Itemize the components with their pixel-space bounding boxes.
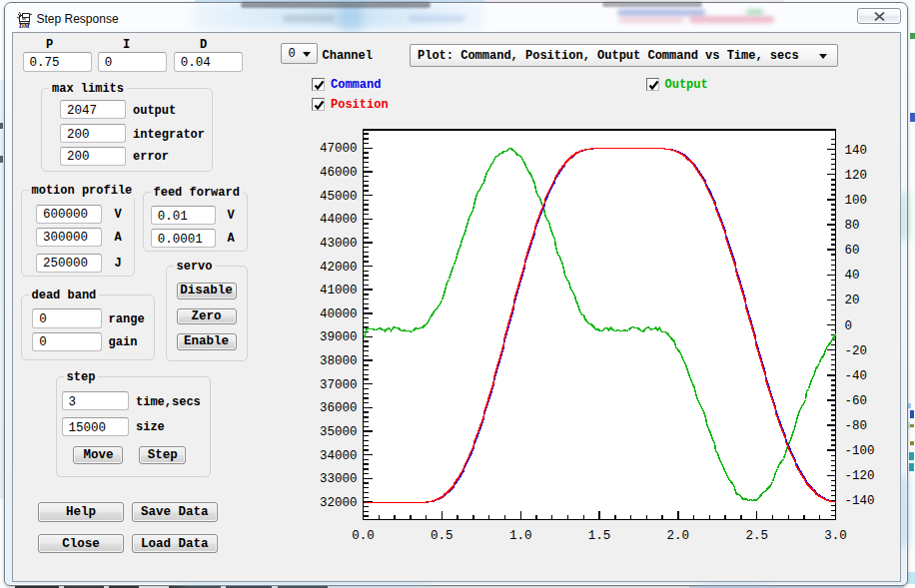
svg-text:0: 0 bbox=[845, 319, 853, 333]
svg-text:140: 140 bbox=[845, 144, 868, 158]
svg-text:42000: 42000 bbox=[320, 261, 358, 275]
svg-text:1.0: 1.0 bbox=[509, 529, 532, 543]
svg-text:32000: 32000 bbox=[320, 496, 358, 510]
svg-text:36000: 36000 bbox=[320, 401, 358, 415]
svg-text:39000: 39000 bbox=[320, 330, 358, 344]
svg-text:43000: 43000 bbox=[320, 237, 358, 251]
svg-text:47000: 47000 bbox=[320, 142, 358, 156]
svg-text:120: 120 bbox=[845, 169, 868, 183]
svg-text:40000: 40000 bbox=[320, 307, 358, 321]
svg-text:2.5: 2.5 bbox=[745, 529, 768, 543]
svg-text:35000: 35000 bbox=[320, 425, 358, 439]
svg-text:37000: 37000 bbox=[320, 378, 358, 392]
svg-text:0.0: 0.0 bbox=[352, 529, 375, 543]
svg-text:2.0: 2.0 bbox=[667, 529, 690, 543]
svg-text:33000: 33000 bbox=[320, 472, 358, 486]
svg-text:46000: 46000 bbox=[320, 166, 358, 180]
svg-text:100: 100 bbox=[845, 194, 868, 208]
svg-text:-100: -100 bbox=[845, 444, 875, 458]
svg-text:0.5: 0.5 bbox=[431, 529, 454, 543]
svg-text:-120: -120 bbox=[845, 469, 875, 483]
svg-text:80: 80 bbox=[845, 219, 860, 233]
svg-text:20: 20 bbox=[845, 294, 860, 307]
svg-text:-20: -20 bbox=[845, 344, 868, 358]
svg-text:-40: -40 bbox=[845, 369, 868, 383]
svg-text:45000: 45000 bbox=[320, 190, 358, 204]
svg-text:34000: 34000 bbox=[320, 449, 358, 463]
svg-text:3.0: 3.0 bbox=[824, 529, 847, 543]
svg-text:44000: 44000 bbox=[320, 213, 358, 227]
svg-text:41000: 41000 bbox=[320, 284, 358, 297]
svg-text:-140: -140 bbox=[845, 494, 875, 508]
svg-text:38000: 38000 bbox=[320, 354, 358, 368]
svg-text:-60: -60 bbox=[845, 394, 868, 408]
svg-text:1.5: 1.5 bbox=[588, 529, 611, 543]
svg-text:40: 40 bbox=[845, 269, 860, 283]
svg-text:60: 60 bbox=[845, 244, 860, 258]
svg-text:-80: -80 bbox=[845, 419, 868, 433]
